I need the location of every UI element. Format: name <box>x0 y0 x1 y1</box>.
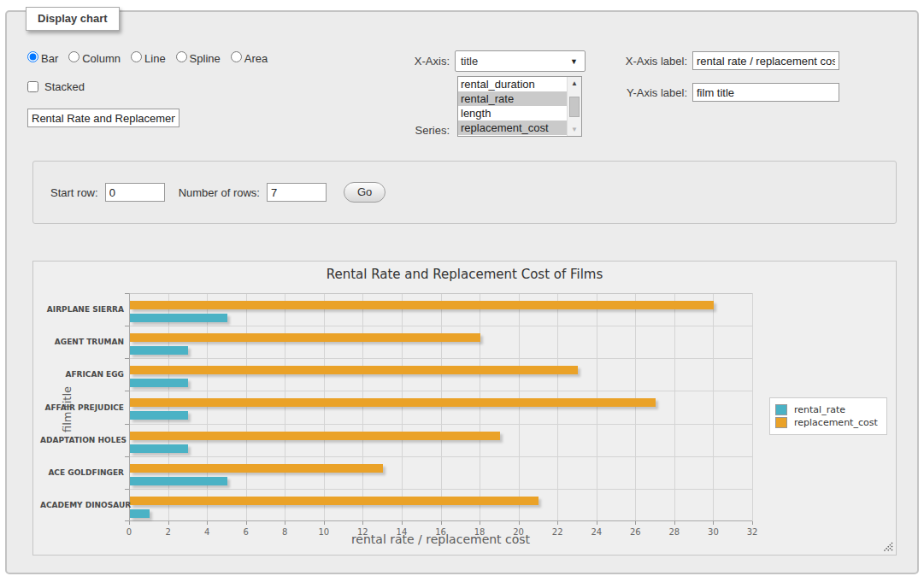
start-row-input[interactable] <box>105 183 165 202</box>
x-axis-title: rental rate / replacement cost <box>129 532 752 546</box>
bar-rental_rate <box>130 411 188 420</box>
gridline-vertical <box>519 293 520 521</box>
listbox-scrollbar[interactable]: ▲ ▼ <box>567 77 581 136</box>
bar-replacement_cost <box>130 333 480 342</box>
scroll-down-icon[interactable]: ▼ <box>568 123 581 136</box>
x-tick-mark <box>362 521 363 525</box>
gridline-vertical <box>441 293 442 521</box>
legend-item-replacement_cost: replacement_cost <box>775 417 878 428</box>
category-label: AFFAIR PREJUDICE <box>40 403 124 412</box>
x-tick-mark <box>168 521 169 525</box>
fieldset-legend: Display chart <box>26 7 120 31</box>
x-tick-mark <box>519 521 520 525</box>
bar-rental_rate <box>130 379 188 387</box>
radio-area[interactable] <box>231 51 242 62</box>
x-axis-label-input[interactable] <box>692 51 839 70</box>
radio-spline[interactable] <box>176 51 187 62</box>
x-tick-mark <box>207 521 208 525</box>
category-label: AIRPLANE SIERRA <box>40 305 124 314</box>
stacked-label: Stacked <box>44 80 85 93</box>
category-label: AFRICAN EGG <box>40 370 124 379</box>
display-chart-fieldset: Display chart BarColumnLineSplineArea St… <box>5 10 919 574</box>
chart-container: Rental Rate and Replacement Cost of Film… <box>32 261 897 556</box>
y-axis-label-label: Y-Axis label: <box>603 86 687 99</box>
stacked-checkbox[interactable] <box>27 81 38 92</box>
legend-item-rental_rate: rental_rate <box>775 404 878 415</box>
bar-rental_rate <box>130 477 227 485</box>
series-option-rental_duration[interactable]: rental_duration <box>458 77 567 91</box>
gridline-vertical <box>246 293 247 521</box>
series-option-rental_rate[interactable]: rental_rate <box>458 91 567 106</box>
x-axis-label-label: X-Axis label: <box>603 55 687 68</box>
radio-column[interactable] <box>68 51 79 62</box>
x-tick-mark <box>557 521 558 525</box>
num-rows-label: Number of rows: <box>179 186 260 199</box>
scroll-up-icon[interactable]: ▲ <box>568 77 581 90</box>
x-tick-mark <box>713 521 714 525</box>
gridline-vertical <box>480 293 480 521</box>
x-tick-mark <box>441 521 442 525</box>
bar-replacement_cost <box>130 398 656 407</box>
resize-handle-icon[interactable] <box>883 542 893 552</box>
gridline-vertical <box>402 293 403 521</box>
gridline-vertical <box>285 293 285 521</box>
start-row-label: Start row: <box>50 186 98 199</box>
bar-replacement_cost <box>130 497 539 505</box>
radio-line[interactable] <box>131 51 142 62</box>
chart-type-radio-group: BarColumnLineSplineArea <box>27 51 274 65</box>
chart-type-radio-bar[interactable]: Bar <box>27 51 58 65</box>
legend-swatch <box>775 417 787 428</box>
gridline-vertical <box>207 293 208 521</box>
chart-legend: rental_ratereplacement_cost <box>769 397 887 435</box>
x-tick-mark <box>402 521 403 525</box>
chart-plot-area <box>129 293 752 521</box>
chart-type-radio-column[interactable]: Column <box>68 51 121 65</box>
series-option-replacement_cost[interactable]: replacement_cost <box>458 121 567 135</box>
scrollbar-thumb[interactable] <box>569 97 580 117</box>
series-listbox[interactable]: rental_durationrental_ratelengthreplacem… <box>457 76 582 137</box>
x-axis-select[interactable]: title ▼ <box>455 50 586 72</box>
bar-rental_rate <box>130 444 188 453</box>
gridline-vertical <box>557 293 558 521</box>
chart-type-radio-spline[interactable]: Spline <box>176 51 221 65</box>
gridline-vertical <box>324 293 325 521</box>
gridline-vertical <box>168 293 169 521</box>
category-label: ADAPTATION HOLES <box>40 436 124 444</box>
x-tick-mark <box>674 521 675 525</box>
legend-swatch <box>775 404 787 415</box>
bar-replacement_cost <box>130 301 714 309</box>
x-tick-mark <box>246 521 247 525</box>
go-button[interactable]: Go <box>344 182 385 203</box>
legend-label: replacement_cost <box>794 417 878 428</box>
stacked-row: Stacked <box>27 80 85 93</box>
category-label: ACADEMY DINOSAUR <box>40 501 124 509</box>
chart-title-input[interactable] <box>27 109 180 127</box>
chevron-down-icon: ▼ <box>570 57 578 66</box>
num-rows-input[interactable] <box>267 183 327 202</box>
bar-rental_rate <box>130 314 227 322</box>
x-tick-mark <box>635 521 636 525</box>
chart-type-radio-area[interactable]: Area <box>231 51 268 65</box>
gridline-vertical <box>713 293 714 521</box>
radio-bar[interactable] <box>27 51 38 62</box>
x-tick-mark <box>129 521 130 525</box>
gridline-vertical <box>752 293 753 521</box>
chart-title: Rental Rate and Replacement Cost of Film… <box>33 267 896 282</box>
series-list-label: Series: <box>366 124 450 137</box>
gridline-vertical <box>674 293 675 521</box>
bar-rental_rate <box>130 509 150 518</box>
series-option-length[interactable]: length <box>458 106 567 121</box>
x-tick-mark <box>285 521 285 525</box>
gridline-vertical <box>597 293 597 521</box>
y-axis-title: film title <box>61 386 74 432</box>
bar-replacement_cost <box>130 464 383 473</box>
category-label: AGENT TRUMAN <box>40 338 124 346</box>
x-tick-mark <box>597 521 597 525</box>
chart-type-radio-line[interactable]: Line <box>131 51 166 65</box>
y-axis-label-input[interactable] <box>692 83 839 102</box>
bar-replacement_cost <box>130 432 500 440</box>
x-axis-select-label: X-Axis: <box>366 55 450 68</box>
row-range-panel: Start row: Number of rows: Go <box>32 161 897 224</box>
x-tick-mark <box>324 521 325 525</box>
legend-label: rental_rate <box>794 404 845 415</box>
